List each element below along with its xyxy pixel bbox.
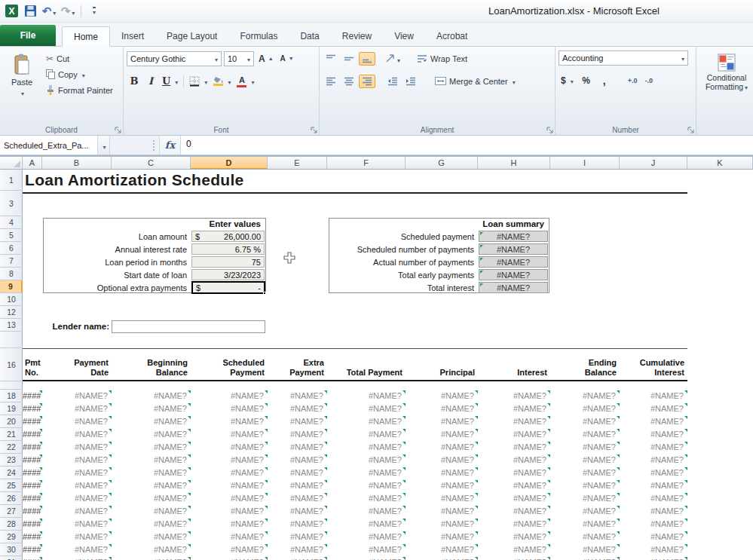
table-cell[interactable]: #NAME? — [327, 402, 406, 415]
orientation-button[interactable] — [384, 52, 401, 66]
table-cell[interactable]: #NAME? — [327, 415, 406, 428]
table-cell[interactable]: #NAME? — [191, 390, 268, 402]
selected-cell-d9[interactable]: $- — [191, 281, 265, 294]
table-cell[interactable]: #NAME? — [327, 556, 406, 560]
table-cell[interactable]: #NAME? — [406, 454, 478, 467]
column-header-D[interactable]: D — [191, 157, 268, 169]
table-cell[interactable]: #NAME? — [327, 479, 406, 492]
table-cell[interactable]: #NAME? — [620, 479, 687, 492]
table-cell[interactable]: #NAME? — [191, 467, 268, 479]
table-cell[interactable]: #NAME? — [550, 390, 620, 402]
formula-input[interactable]: 0 — [181, 136, 753, 155]
row-header-25[interactable]: 25 — [0, 479, 23, 492]
table-cell[interactable]: #NAME? — [268, 543, 327, 556]
insert-function-button[interactable]: fx — [160, 136, 181, 155]
select-all-button[interactable] — [0, 157, 23, 169]
table-cell[interactable]: #NAME? — [268, 467, 327, 479]
row-header-5[interactable]: 5 — [0, 229, 23, 242]
actual-number-label[interactable]: Actual number of payments — [329, 258, 479, 267]
column-header-J[interactable]: J — [620, 157, 687, 169]
table-cell[interactable]: #NAME? — [191, 402, 268, 415]
table-cell[interactable]: #NAME? — [478, 531, 550, 543]
font-dialog-launcher-icon[interactable] — [311, 127, 317, 133]
column-header-E[interactable]: E — [268, 157, 327, 169]
tab-home[interactable]: Home — [62, 26, 110, 47]
table-cell[interactable]: #NAME? — [550, 415, 620, 428]
accounting-format-button[interactable]: $ — [559, 72, 576, 88]
grow-font-button[interactable]: A▲ — [256, 50, 276, 66]
name-box[interactable]: Scheduled_Extra_Pa... — [0, 136, 98, 155]
tab-acrobat[interactable]: Acrobat — [425, 26, 479, 46]
comma-style-button[interactable]: , — [597, 72, 612, 88]
table-cell[interactable]: #NAME? — [191, 454, 268, 467]
row-header-20[interactable]: 20 — [0, 415, 23, 428]
column-header-B[interactable]: B — [42, 157, 112, 169]
loan-amount-cell[interactable]: $26,000.00 — [191, 231, 265, 242]
table-cell[interactable]: #NAME? — [620, 454, 687, 467]
table-cell[interactable]: #NAME? — [112, 467, 191, 479]
column-header-I[interactable]: I — [550, 157, 620, 169]
table-cell[interactable]: #NAME? — [550, 428, 620, 441]
table-cell[interactable]: #NAME? — [550, 556, 620, 560]
table-cell[interactable]: #NAME? — [191, 441, 268, 454]
row-header-27[interactable]: 27 — [0, 505, 23, 518]
table-cell[interactable]: #NAME? — [327, 531, 406, 543]
table-cell[interactable]: #NAME? — [327, 428, 406, 441]
table-cell[interactable]: #### — [23, 479, 42, 492]
tab-page-layout[interactable]: Page Layout — [155, 26, 228, 46]
table-cell[interactable]: #NAME? — [478, 492, 550, 505]
table-cell[interactable]: #NAME? — [406, 505, 478, 518]
number-format-select[interactable]: Accounting — [559, 50, 688, 66]
row-header-30[interactable]: 30 — [0, 543, 23, 556]
table-cell[interactable]: #NAME? — [478, 518, 550, 531]
row-header-4[interactable]: 4 — [0, 216, 23, 229]
paste-button[interactable]: Paste — [3, 50, 41, 98]
copy-button[interactable]: Copy — [44, 66, 115, 82]
table-cell[interactable]: #NAME? — [327, 441, 406, 454]
table-cell[interactable]: #NAME? — [478, 441, 550, 454]
row-header-13[interactable]: 13 — [0, 319, 23, 332]
shrink-font-button[interactable]: A▼ — [278, 50, 296, 66]
table-cell[interactable]: #NAME? — [327, 505, 406, 518]
table-cell[interactable]: #NAME? — [406, 441, 478, 454]
row-header-22[interactable]: 22 — [0, 441, 23, 454]
align-left-button[interactable] — [323, 75, 339, 88]
conditional-formatting-button[interactable]: ConditionalFormatting — [699, 50, 753, 93]
column-header-C[interactable]: C — [112, 157, 191, 169]
table-cell[interactable]: #NAME? — [268, 390, 327, 402]
table-cell[interactable]: #NAME? — [478, 543, 550, 556]
row-header-10[interactable]: 10 — [0, 293, 23, 306]
table-cell[interactable]: #NAME? — [478, 505, 550, 518]
table-cell[interactable]: #NAME? — [191, 479, 268, 492]
table-cell[interactable]: #NAME? — [112, 454, 191, 467]
table-cell[interactable]: #NAME? — [406, 492, 478, 505]
table-cell[interactable]: #NAME? — [42, 492, 112, 505]
redo-button[interactable]: ↷ — [60, 3, 75, 20]
table-cell[interactable]: #NAME? — [42, 402, 112, 415]
font-family-select[interactable]: Century Gothic — [127, 51, 222, 66]
column-header-G[interactable]: G — [406, 157, 478, 169]
table-cell[interactable]: #NAME? — [112, 505, 191, 518]
table-cell[interactable]: #NAME? — [406, 479, 478, 492]
table-cell[interactable]: #NAME? — [620, 531, 687, 543]
format-painter-button[interactable]: Format Painter — [44, 82, 115, 98]
row-header-24[interactable]: 24 — [0, 467, 23, 479]
table-cell[interactable]: #NAME? — [191, 505, 268, 518]
table-cell[interactable]: #NAME? — [478, 556, 550, 560]
table-cell[interactable]: #NAME? — [112, 415, 191, 428]
table-cell[interactable]: #NAME? — [112, 518, 191, 531]
table-cell[interactable]: #NAME? — [478, 454, 550, 467]
table-cell[interactable]: #NAME? — [42, 543, 112, 556]
table-cell[interactable]: #NAME? — [112, 402, 191, 415]
table-cell[interactable]: #NAME? — [112, 479, 191, 492]
number-dialog-launcher-icon[interactable] — [687, 127, 694, 133]
table-cell[interactable]: #NAME? — [42, 390, 112, 402]
table-cell[interactable]: #NAME? — [268, 492, 327, 505]
table-cell[interactable]: #NAME? — [327, 454, 406, 467]
table-cell[interactable]: #NAME? — [620, 556, 687, 560]
row-header-8[interactable]: 8 — [0, 268, 23, 280]
table-cell[interactable]: #NAME? — [406, 390, 478, 402]
table-cell[interactable]: #NAME? — [191, 543, 268, 556]
clipboard-dialog-launcher-icon[interactable] — [115, 127, 121, 133]
tab-insert[interactable]: Insert — [110, 26, 155, 46]
